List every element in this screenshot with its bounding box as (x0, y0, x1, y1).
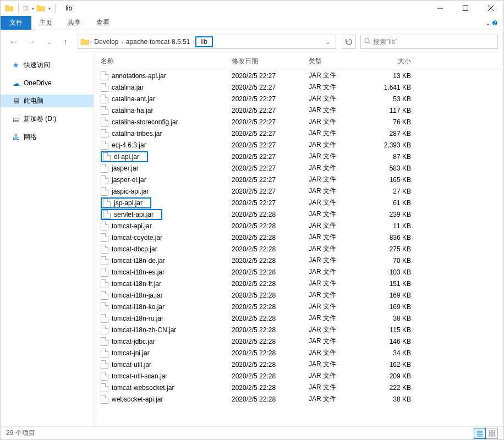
file-icon (101, 279, 108, 288)
file-date: 2020/2/5 22:27 (232, 176, 309, 184)
status-item-count: 29 个项目 (6, 428, 35, 438)
file-size: 162 KB (375, 361, 419, 369)
column-header-name[interactable]: 名称 (94, 57, 232, 66)
file-date: 2020/2/5 22:28 (232, 384, 309, 392)
file-type: JAR 文件 (309, 233, 375, 242)
up-button[interactable]: ↑ (59, 35, 72, 49)
file-row[interactable]: tomcat-i18n-ru.jar2020/2/5 22:28JAR 文件38… (94, 312, 503, 324)
highlighted-file: jsp-api.jar (101, 197, 151, 208)
sidebar-item-label: 新加卷 (D:) (24, 114, 56, 124)
file-icon (103, 199, 111, 207)
sidebar-item-new-volume[interactable]: 🖴 新加卷 (D:) (1, 113, 94, 125)
tab-home[interactable]: 主页 (31, 16, 60, 30)
breadcrumb-item[interactable]: Develop (92, 37, 120, 47)
file-size: 165 KB (375, 176, 419, 184)
file-type: JAR 文件 (309, 71, 375, 80)
file-type: JAR 文件 (309, 267, 375, 277)
search-icon (364, 38, 371, 46)
file-row[interactable]: catalina-ha.jar2020/2/5 22:27JAR 文件117 K… (94, 105, 503, 116)
file-row[interactable]: catalina-ant.jar2020/2/5 22:27JAR 文件53 K… (94, 93, 503, 105)
file-list: annotations-api.jar2020/2/5 22:27JAR 文件1… (94, 70, 503, 405)
ribbon-expand-button[interactable]: ⌄ ❷ (480, 16, 503, 30)
breadcrumb-bar[interactable]: › Develop › apache-tomcat-8.5.51 › lib ⌄ (78, 35, 336, 49)
file-icon (101, 302, 108, 311)
sidebar-item-network[interactable]: 🖧 网络 (1, 131, 94, 144)
close-button[interactable] (478, 1, 503, 16)
file-name: tomcat-websocket.jar (112, 384, 174, 392)
sidebar-item-quick-access[interactable]: ★ 快速访问 (1, 59, 94, 72)
column-header-size[interactable]: 大小 (375, 57, 419, 66)
file-date: 2020/2/5 22:27 (232, 95, 309, 103)
file-row[interactable]: tomcat-util-scan.jar2020/2/5 22:28JAR 文件… (94, 370, 503, 382)
breadcrumb-item[interactable]: apache-tomcat-8.5.51 (124, 37, 193, 47)
column-header-date[interactable]: 修改日期 (232, 57, 309, 66)
tab-view[interactable]: 查看 (89, 16, 117, 30)
file-row[interactable]: tomcat-i18n-es.jar2020/2/5 22:28JAR 文件10… (94, 266, 503, 278)
file-row[interactable]: tomcat-api.jar2020/2/5 22:28JAR 文件11 KB (94, 220, 503, 232)
file-type: JAR 文件 (309, 360, 375, 369)
qat-dropdown-icon[interactable]: ▾ (48, 6, 51, 11)
file-row[interactable]: tomcat-websocket.jar2020/2/5 22:28JAR 文件… (94, 382, 503, 393)
file-row[interactable]: tomcat-dbcp.jar2020/2/5 22:28JAR 文件275 K… (94, 243, 503, 255)
file-row[interactable]: websocket-api.jar2020/2/5 22:28JAR 文件38 … (94, 393, 503, 405)
file-row[interactable]: servlet-api.jar2020/2/5 22:28JAR 文件239 K… (94, 208, 503, 220)
file-date: 2020/2/5 22:27 (232, 153, 309, 161)
sidebar-item-this-pc[interactable]: 🖥 此电脑 (1, 95, 94, 107)
file-row[interactable]: annotations-api.jar2020/2/5 22:27JAR 文件1… (94, 70, 503, 81)
folder-icon (5, 4, 14, 13)
file-row[interactable]: tomcat-i18n-ko.jar2020/2/5 22:28JAR 文件16… (94, 301, 503, 312)
file-name: jasper.jar (112, 164, 139, 172)
file-row[interactable]: jaspic-api.jar2020/2/5 22:27JAR 文件27 KB (94, 185, 503, 197)
file-size: 115 KB (375, 326, 419, 334)
recent-dropdown[interactable]: ⌄ (41, 35, 57, 49)
file-type: JAR 文件 (309, 186, 375, 196)
file-type: JAR 文件 (309, 106, 375, 115)
file-row[interactable]: catalina.jar2020/2/5 22:27JAR 文件1,641 KB (94, 81, 503, 93)
file-size: 287 KB (375, 130, 419, 138)
file-row[interactable]: el-api.jar2020/2/5 22:27JAR 文件87 KB (94, 151, 503, 162)
svg-rect-11 (492, 431, 495, 433)
file-icon (101, 164, 108, 173)
breadcrumb-dropdown-icon[interactable]: ⌄ (322, 39, 333, 45)
file-row[interactable]: tomcat-jdbc.jar2020/2/5 22:28JAR 文件146 K… (94, 336, 503, 347)
breadcrumb-item-current[interactable]: lib (195, 36, 213, 47)
file-row[interactable]: tomcat-i18n-de.jar2020/2/5 22:28JAR 文件70… (94, 255, 503, 266)
minimize-button[interactable] (428, 1, 453, 16)
qat-dropdown-icon[interactable]: ▾ (32, 6, 34, 11)
file-row[interactable]: catalina-storeconfig.jar2020/2/5 22:27JA… (94, 116, 503, 128)
file-row[interactable]: tomcat-coyote.jar2020/2/5 22:28JAR 文件836… (94, 232, 503, 243)
check-icon[interactable]: ☑ (23, 5, 29, 12)
file-row[interactable]: catalina-tribes.jar2020/2/5 22:27JAR 文件2… (94, 128, 503, 139)
column-header-type[interactable]: 类型 (309, 57, 375, 66)
icons-view-button[interactable] (486, 428, 498, 439)
tab-file[interactable]: 文件 (1, 16, 31, 30)
file-name: tomcat-i18n-zh-CN.jar (112, 326, 176, 334)
back-button[interactable]: ← (6, 35, 21, 49)
tab-share[interactable]: 共享 (60, 16, 89, 30)
drive-icon: 🖴 (12, 115, 20, 124)
file-icon (101, 291, 108, 300)
maximize-button[interactable] (453, 1, 478, 16)
sidebar-item-onedrive[interactable]: ☁ OneDrive (1, 77, 94, 89)
file-row[interactable]: jsp-api.jar2020/2/5 22:27JAR 文件61 KB (94, 197, 503, 208)
file-row[interactable]: ecj-4.6.3.jar2020/2/5 22:27JAR 文件2,393 K… (94, 139, 503, 151)
file-row[interactable]: jasper-el.jar2020/2/5 22:27JAR 文件165 KB (94, 174, 503, 185)
search-input[interactable]: 搜索"lib" (360, 35, 498, 49)
file-size: 239 KB (375, 211, 419, 218)
file-row[interactable]: jasper.jar2020/2/5 22:27JAR 文件583 KB (94, 162, 503, 174)
search-placeholder: 搜索"lib" (373, 37, 398, 47)
file-row[interactable]: tomcat-jni.jar2020/2/5 22:28JAR 文件34 KB (94, 347, 503, 359)
refresh-button[interactable] (342, 35, 356, 49)
file-size: 209 KB (375, 372, 419, 380)
file-row[interactable]: tomcat-i18n-ja.jar2020/2/5 22:28JAR 文件16… (94, 289, 503, 301)
file-row[interactable]: tomcat-i18n-fr.jar2020/2/5 22:28JAR 文件15… (94, 278, 503, 289)
file-icon (101, 95, 108, 103)
file-type: JAR 文件 (309, 337, 375, 346)
file-name: annotations-api.jar (112, 72, 166, 80)
file-row[interactable]: tomcat-i18n-zh-CN.jar2020/2/5 22:28JAR 文… (94, 324, 503, 336)
file-type: JAR 文件 (309, 198, 375, 207)
file-row[interactable]: tomcat-util.jar2020/2/5 22:28JAR 文件162 K… (94, 359, 503, 370)
forward-button[interactable]: → (24, 35, 39, 49)
help-icon: ❷ (492, 19, 498, 27)
details-view-button[interactable] (474, 428, 486, 439)
